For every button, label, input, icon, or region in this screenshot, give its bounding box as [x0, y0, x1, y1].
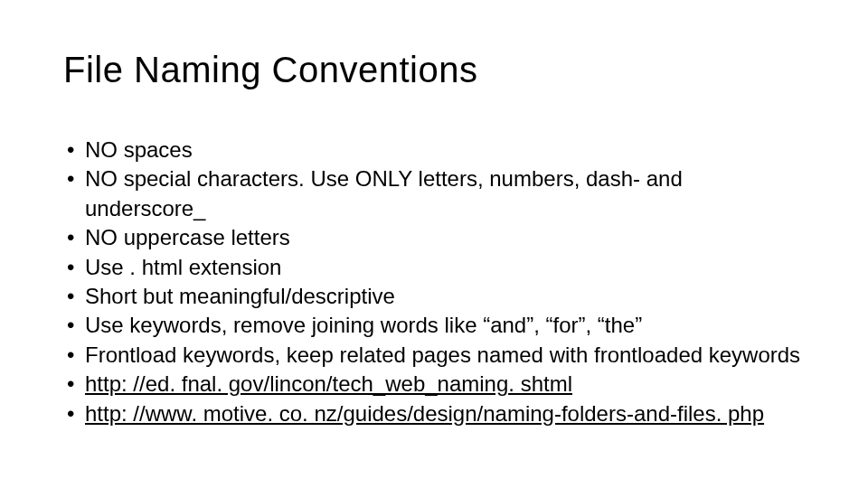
list-item: NO special characters. Use ONLY letters,… — [63, 164, 805, 223]
bullet-text: NO spaces — [85, 137, 193, 162]
list-item: Short but meaningful/descriptive — [63, 282, 805, 311]
bullet-text: Use . html extension — [85, 255, 281, 279]
list-item: NO uppercase letters — [63, 223, 805, 252]
slide-title: File Naming Conventions — [63, 50, 805, 90]
bullet-text: NO uppercase letters — [85, 225, 290, 249]
slide-container: File Naming Conventions NO spaces NO spe… — [0, 0, 868, 488]
bullet-text: Short but meaningful/descriptive — [85, 284, 395, 308]
list-item: Frontload keywords, keep related pages n… — [63, 341, 805, 370]
list-item: NO spaces — [63, 136, 805, 164]
bullet-list: NO spaces NO special characters. Use ONL… — [63, 136, 805, 428]
list-item: http: //ed. fnal. gov/lincon/tech_web_na… — [63, 370, 805, 399]
list-item: Use . html extension — [63, 253, 805, 282]
bullet-text: Use keywords, remove joining words like … — [85, 313, 642, 337]
bullet-link[interactable]: http: //www. motive. co. nz/guides/desig… — [85, 401, 764, 426]
list-item: http: //www. motive. co. nz/guides/desig… — [63, 399, 805, 428]
bullet-link[interactable]: http: //ed. fnal. gov/lincon/tech_web_na… — [85, 371, 572, 396]
list-item: Use keywords, remove joining words like … — [63, 311, 805, 340]
bullet-text: NO special characters. Use ONLY letters,… — [85, 166, 683, 220]
bullet-text: Frontload keywords, keep related pages n… — [85, 343, 800, 367]
